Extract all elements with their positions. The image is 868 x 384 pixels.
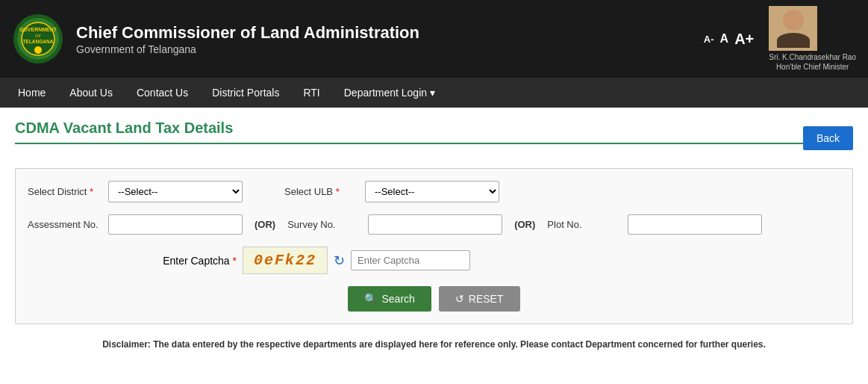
assessment-no-label: Assessment No. [28, 219, 102, 230]
main-content: CDMA Vacant Land Tax Details Back Select… [0, 108, 868, 362]
select-ulb-dropdown[interactable]: --Select-- [365, 181, 499, 202]
header-subtitle: Government of Telangana [76, 43, 704, 55]
svg-text:OF: OF [35, 34, 42, 38]
captcha-input[interactable] [351, 250, 470, 270]
survey-no-label: Survey No. [287, 219, 362, 230]
photo-image [769, 6, 817, 51]
search-icon: 🔍 [364, 293, 377, 305]
ulb-required-marker: * [336, 186, 340, 197]
chief-minister-photo: Sri. K.Chandrasekhar Rao Hon'ble Chief M… [769, 6, 856, 72]
font-controls: A- A A+ [704, 31, 754, 48]
plot-no-label: Plot No. [547, 219, 622, 230]
district-required-marker: * [90, 186, 93, 197]
header-title: Chief Commissioner of Land Administratio… [76, 22, 704, 44]
svg-text:TELANGANA: TELANGANA [23, 39, 54, 44]
reset-button[interactable]: ↺ RESET [439, 286, 520, 312]
district-ulb-row: Select District * --Select-- Select ULB … [28, 181, 840, 202]
button-row: 🔍 Search ↺ RESET [28, 286, 840, 312]
header-text: Chief Commissioner of Land Administratio… [76, 22, 704, 56]
plot-no-input[interactable] [628, 214, 762, 235]
nav-district-portals[interactable]: District Portals [200, 78, 291, 108]
navbar: Home About Us Contact Us District Portal… [0, 78, 868, 108]
logo: GOVERNMENT OF TELANGANA [12, 13, 64, 65]
captcha-refresh-button[interactable]: ↻ [334, 253, 345, 269]
font-large-button[interactable]: A+ [734, 31, 754, 48]
search-button[interactable]: 🔍 Search [348, 286, 431, 312]
dropdown-arrow-icon: ▾ [430, 87, 435, 99]
font-small-button[interactable]: A- [704, 34, 714, 45]
svg-text:GOVERNMENT: GOVERNMENT [19, 27, 57, 32]
form-container: Select District * --Select-- Select ULB … [15, 168, 853, 324]
nav-home[interactable]: Home [6, 78, 57, 108]
font-medium-button[interactable]: A [720, 32, 729, 46]
photo-caption: Sri. K.Chandrasekhar Rao Hon'ble Chief M… [769, 52, 856, 72]
disclaimer: Disclaimer: The data entered by the resp… [15, 339, 853, 350]
nav-about-us[interactable]: About Us [57, 78, 125, 108]
or-label-1: (OR) [249, 219, 281, 230]
nav-contact-us[interactable]: Contact Us [125, 78, 200, 108]
captcha-label: Enter Captcha * [28, 255, 237, 267]
page-title: CDMA Vacant Land Tax Details [15, 120, 803, 144]
captcha-row: Enter Captcha * 0eFk22 ↻ [28, 247, 840, 274]
reset-icon: ↺ [455, 293, 464, 305]
assessment-survey-plot-row: Assessment No. (OR) Survey No. (OR) Plot… [28, 214, 840, 235]
nav-rti[interactable]: RTI [291, 78, 331, 108]
captcha-required-marker: * [233, 255, 237, 267]
captcha-image: 0eFk22 [243, 247, 328, 274]
back-button[interactable]: Back [803, 126, 853, 150]
assessment-no-input[interactable] [108, 214, 243, 235]
nav-department-login[interactable]: Department Login ▾ [332, 78, 447, 108]
survey-no-input[interactable] [368, 214, 502, 235]
select-ulb-label: Select ULB * [284, 186, 359, 197]
select-district-label: Select District * [28, 186, 102, 197]
header: GOVERNMENT OF TELANGANA Chief Commission… [0, 0, 868, 78]
svg-point-6 [34, 46, 42, 54]
title-row: CDMA Vacant Land Tax Details Back [15, 120, 853, 156]
select-district-dropdown[interactable]: --Select-- [108, 181, 243, 202]
or-label-2: (OR) [508, 219, 541, 230]
